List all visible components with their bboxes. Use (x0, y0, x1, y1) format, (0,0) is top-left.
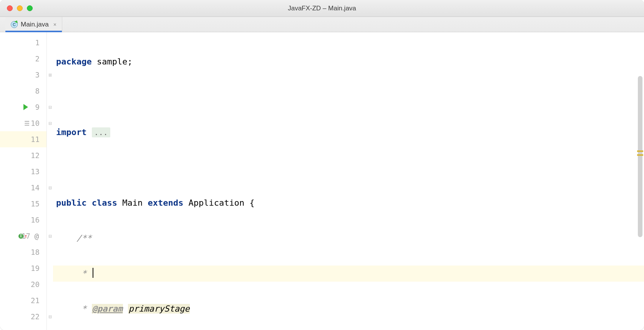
scrollbar-marker[interactable] (637, 154, 643, 156)
code-line: * @param primaryStage (53, 301, 644, 317)
annotation-gutter-icon[interactable]: @ (35, 232, 39, 240)
code-line: * (53, 266, 644, 282)
line-number: I↑@17 (0, 228, 46, 244)
line-number: 1 (0, 35, 46, 51)
editor-tabs: C Main.java × (0, 17, 644, 32)
line-number: ☰10 (0, 115, 46, 131)
line-number: 12 (0, 147, 46, 163)
code-editor[interactable]: package sample; import ... public class … (53, 32, 644, 330)
line-number: 14 (0, 180, 46, 196)
line-number: 16 (0, 212, 46, 228)
vertical-scrollbar[interactable] (637, 67, 643, 328)
java-class-icon: C (11, 21, 18, 28)
traffic-lights (0, 5, 33, 11)
titlebar: JavaFX-ZD – Main.java (0, 0, 644, 17)
code-line (53, 160, 644, 176)
line-number: 8 (0, 83, 46, 99)
fold-handle-icon[interactable]: ⊟ (48, 105, 52, 110)
line-number: 9 (0, 99, 46, 115)
line-number: 21 (0, 292, 46, 309)
scroll-thumb[interactable] (638, 76, 642, 237)
editor-area: 1 2 3 8 9 ☰10 11 12 13 14 15 16 I↑@17 18… (0, 32, 644, 330)
fold-handle-icon[interactable]: ⊟ (48, 234, 52, 239)
fold-handle-icon[interactable]: ⊟ (48, 185, 52, 190)
close-window-button[interactable] (7, 5, 13, 11)
minimize-window-button[interactable] (17, 5, 23, 11)
line-number: 11 (0, 131, 46, 147)
override-icon[interactable]: I↑ (18, 233, 27, 239)
line-number: 18 (0, 244, 46, 260)
line-number: 3 (0, 67, 46, 83)
bookmark-icon[interactable]: ☰ (24, 120, 30, 127)
fold-expand-icon[interactable]: ⊞ (48, 73, 52, 78)
text-caret (93, 268, 93, 278)
tab-label: Main.java (21, 21, 49, 28)
line-number: 19 (0, 260, 46, 276)
fold-handle-icon[interactable]: ⊟ (48, 121, 52, 126)
folded-imports[interactable]: ... (92, 127, 110, 137)
line-number: 2 (0, 51, 46, 67)
line-number: 22 (0, 309, 46, 325)
tab-main-java[interactable]: C Main.java × (5, 17, 62, 32)
line-number: 15 (0, 196, 46, 212)
line-number: 20 (0, 276, 46, 292)
code-line: import ... (53, 124, 644, 140)
fold-column[interactable]: ⊞ ⊟ ⊟ ⊟ ⊟ ⊟ (47, 32, 53, 330)
run-icon[interactable] (23, 104, 28, 110)
window-title: JavaFX-ZD – Main.java (0, 5, 644, 12)
fold-handle-icon[interactable]: ⊟ (48, 314, 52, 319)
gutter[interactable]: 1 2 3 8 9 ☰10 11 12 13 14 15 16 I↑@17 18… (0, 32, 47, 330)
maximize-window-button[interactable] (27, 5, 33, 11)
line-number: 13 (0, 163, 46, 180)
scrollbar-marker[interactable] (637, 150, 643, 152)
code-line: package sample; (53, 54, 644, 70)
code-line: public class Main extends Application { (53, 195, 644, 211)
code-line (53, 89, 644, 105)
code-line: /** (53, 230, 644, 246)
tab-close-icon[interactable]: × (53, 21, 56, 28)
